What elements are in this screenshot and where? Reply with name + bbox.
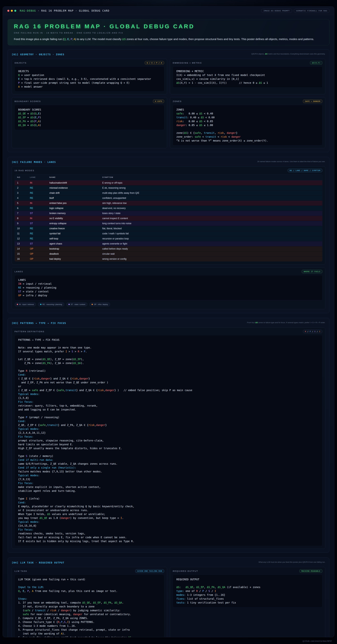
close-window-icon[interactable]: [7, 10, 9, 12]
lane-chip-label: ST · state / context: [71, 303, 85, 306]
code-line: Input to the LLM:: [18, 585, 160, 589]
panel-zones-badge: SAFE → DANGER: [303, 100, 322, 103]
section-01-note: Q/E/P/A objects, ΔS metric and four boun…: [245, 52, 325, 55]
code-line: 3. Choose failure_type ∈ {R,P,S,I} using…: [18, 620, 160, 624]
mode-lane: RE: [28, 190, 47, 196]
code-line: E empty, placeholder or clearly mismatch…: [18, 504, 319, 508]
code-line: Note: one mode may appear in more than o…: [18, 346, 319, 350]
mode-name: symbol fail: [47, 231, 100, 236]
panel-boundary-label: BOUNDARY SCORES: [14, 100, 41, 102]
mode-lane: RE: [28, 186, 47, 190]
panel-boundary-scores: BOUNDARY SCORES 4 CUTS BOUNDARY SCORESΔS…: [12, 97, 167, 148]
code-line: Type S (state / memory): [18, 454, 319, 458]
mode-row-8: 8INno E visibilitycannot inspect E conte…: [15, 216, 322, 221]
mode-name: logic collapse: [47, 206, 100, 211]
minimize-window-icon[interactable]: [11, 10, 13, 12]
mode-name: bootstrap: [47, 246, 100, 251]
code-line: LANES: [18, 278, 319, 282]
code-line: zone_order: safe < transit < risk < dang…: [176, 135, 319, 139]
panel-required-output: REQUIRED OUTPUT MACHINE-READABLE REQUIRE…: [170, 567, 325, 637]
mode-lane: OP: [28, 246, 47, 251]
panel-boundary-badge: 4 CUTS: [153, 100, 164, 103]
code-line: A = model answer: [18, 85, 160, 89]
code-line: Cond if multi-run data:: [18, 458, 319, 462]
code-line: Cond:: [18, 500, 319, 504]
code-line: ΔS_EP = ΔS(E,P): [18, 116, 160, 119]
code-line: 2. Compute Z_QE, Z_EP, Z_PA, Z_QA using …: [18, 616, 160, 620]
code-line: Typical modes:: [18, 520, 319, 524]
code-line: Z_PA = zone(ΔS_PA), Z_QA = zone(ΔS_QA).: [18, 361, 319, 365]
code-line: 6. For each fix, define one small test e…: [18, 636, 160, 637]
mode-row-13: 13STagent chaosagents overwrite or fight: [15, 241, 322, 246]
mode-lane: RE: [28, 196, 47, 200]
code-line: Feed this image plus a single failing ru…: [14, 37, 323, 41]
mode-symptom: flat, literal, blocked: [100, 226, 322, 231]
lane-chip-label: IN · input / retrieval: [19, 303, 34, 306]
code-line: prompt structure, stepwise reasoning, ci…: [18, 439, 319, 442]
mode-name: entropy collapse: [47, 221, 100, 226]
section-02-title: [02] FAILURE MODES · LANES: [12, 160, 56, 164]
window-controls: [7, 10, 16, 12]
panel-patterns-badge: R / P / S / I: [303, 330, 322, 333]
mode-symptom: agents overwrite or fight: [100, 241, 322, 246]
mode-name: chain drift: [47, 190, 100, 196]
mode-row-7: 7STbroken memoryloses story / state: [15, 211, 322, 216]
titlebar-badge: IMAGE-AS-DEBUG PROMPT: [261, 9, 292, 13]
code-line: {2,3,4,6,10,11,12}: [18, 431, 319, 435]
code-line: safe: 0.00 ≤ ΔS < 0.40: [176, 112, 319, 116]
code-line: Z_QE, Z_EP ∈ {safe,transit} and Z_PA, Z_…: [18, 423, 319, 427]
code-line: [176, 127, 319, 131]
mode-symptom: cannot inspect E content: [100, 216, 322, 221]
mode-row-12: 12REself-looprecursion or paradox loop: [15, 236, 322, 241]
code-line: fail-fast on bad or missing E, fix infra…: [18, 536, 319, 539]
code-line: and add logging so E can be inspected.: [18, 408, 319, 412]
maximize-window-icon[interactable]: [14, 10, 16, 12]
code-line: EMBEDDING + METRIC: [176, 69, 319, 73]
panel-lanes-header: LANES WHERE IT FAILS: [14, 270, 322, 273]
code-line: “X is not worse than Y” means zone_order…: [176, 139, 319, 142]
mode-no: 5: [15, 201, 28, 206]
section-failure-modes: [02] FAILURE MODES · LANES 16 named fail…: [8, 157, 330, 313]
code-line: Typical modes:: [18, 392, 319, 396]
code-line: Fix focus:: [18, 400, 319, 404]
mode-row-9: 9STentropy collapselong context turns in…: [15, 221, 322, 226]
code-line: REQUIRED OUTPUT: [176, 578, 319, 582]
lane-chip-label: OP · infra / deploy: [94, 303, 108, 306]
debug-card-window: RAG-DEBUG · RAG 16 PROBLEM MAP · GLOBAL …: [3, 6, 334, 637]
code-line: [18, 450, 319, 454]
column-header-symptom: SYMPTOM: [100, 174, 322, 180]
mode-symptom: circular wait: [100, 252, 322, 256]
section-01-title: [01] GEOMETRY · OBJECTS · ZONES: [12, 52, 64, 56]
window-title-app: RAG-DEBUG: [20, 9, 36, 12]
footer-link[interactable]: github.com/onestardao/WFGY: [303, 640, 332, 642]
code-line: ST = state / context: [18, 290, 319, 294]
panel-llm-task-header: LLM TASK GIVEN ONE FAILING RUN: [14, 569, 164, 573]
mode-name: no E visibility: [47, 216, 100, 221]
code-line: and Z_EP, Z_PA are not worse than Z_QE u…: [18, 380, 319, 384]
section-patterns: [03] PATTERNS → TYPE → FIX FOCUS From fo…: [8, 318, 330, 553]
code-line: Q = user question: [18, 73, 160, 77]
mode-lane: RE: [28, 206, 47, 211]
mode-no: 16: [15, 256, 28, 262]
mode-symptom: called before deps ready: [100, 246, 322, 251]
panel-lanes: LANES WHERE IT FAILS LANESIN = input / r…: [12, 268, 325, 309]
code-line: (not only the wording of A).: [18, 632, 160, 636]
panel-embedding-metric: EMBEDDING + METRIC ΔS(X,Y) EMBEDDING + M…: [170, 59, 325, 94]
code-line: Cond if only a single run (heuristic):: [18, 466, 319, 470]
hero-lead: Feed this image plus a single failing ru…: [14, 37, 323, 41]
code-line: you may treat ΔS_QE as 1.0 (danger) by c…: [18, 516, 319, 520]
code-line: zone(ΔS) ∈ {safe, transit, risk, danger}: [176, 131, 319, 135]
code-line: OP = infra / deploy: [18, 294, 319, 297]
mode-name: agent chaos: [47, 241, 100, 246]
lane-chip-IN: IN · input / retrieval: [14, 302, 36, 306]
code-line: P = final user-side prompt string sent t…: [18, 81, 160, 85]
code-line: IN = input / retrieval: [18, 282, 319, 286]
mode-name: bluff: [47, 196, 100, 200]
code-line: PATTERNS → TYPE → FIX FOCUS: [18, 338, 319, 342]
code-line: E = top-k retrieved docs (small k, e.g.,…: [18, 77, 160, 81]
titlebar: RAG-DEBUG · RAG 16 PROBLEM MAP · GLOBAL …: [3, 6, 334, 15]
lanes-legend: IN · input / retrievalRE · reasoning / p…: [14, 302, 322, 306]
code-line: ΔS: ΔS_QE, ΔS_EP, ΔS_PA, ΔS_QA (if avail…: [176, 585, 319, 589]
lane-chip-OP: OP · infra / deploy: [89, 302, 110, 306]
code-line: OBJECTS: [18, 69, 160, 73]
